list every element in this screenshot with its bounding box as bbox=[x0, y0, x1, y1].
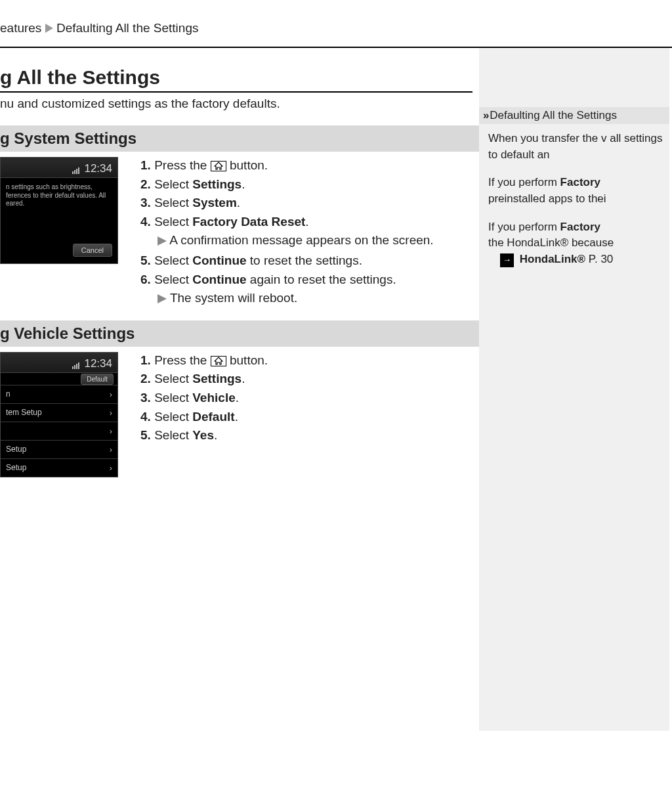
breadcrumb: eatures Defaulting All the Settings bbox=[0, 0, 672, 41]
step: 1. Press the button. bbox=[140, 157, 479, 175]
sidebar-para: If you perform Factory the HondaLink® be… bbox=[488, 219, 669, 268]
step-note: A confirmation message appears on the sc… bbox=[158, 232, 479, 251]
page-title: g All the Settings bbox=[0, 66, 472, 93]
screenshot-list-item: Setup› bbox=[1, 458, 117, 477]
screenshot-default-button: Default bbox=[81, 374, 114, 385]
breadcrumb-separator-icon bbox=[45, 22, 53, 36]
screenshot-list-item: n› bbox=[1, 385, 117, 403]
svg-rect-11 bbox=[78, 362, 79, 369]
svg-rect-9 bbox=[74, 365, 75, 369]
step: 5. Select Yes. bbox=[140, 427, 479, 445]
step: 1. Press the button. bbox=[140, 352, 479, 370]
home-icon bbox=[211, 161, 226, 171]
screenshot-statusbar: 12:34 bbox=[1, 353, 117, 373]
triangle-bullet-icon bbox=[158, 291, 167, 309]
sidebar: » Defaulting All the Settings When you t… bbox=[479, 48, 669, 731]
step: 6. Select Continue again to reset the se… bbox=[140, 271, 479, 289]
main-column: g All the Settings nu and customized set… bbox=[0, 48, 479, 489]
svg-marker-5 bbox=[215, 162, 222, 169]
steps-vehicle: 1. Press the button. 2. Select Settings.… bbox=[129, 352, 479, 445]
link-arrow-icon: → bbox=[500, 253, 514, 267]
step: 2. Select Settings. bbox=[140, 370, 479, 388]
intro-text: nu and customized settings as the factor… bbox=[0, 97, 479, 111]
sidebar-heading: » Defaulting All the Settings bbox=[479, 107, 669, 124]
double-chevron-icon: » bbox=[483, 109, 486, 121]
subheading-system-settings: g System Settings bbox=[0, 125, 479, 152]
screenshot-list-item: Setup› bbox=[1, 440, 117, 458]
step: 3. Select Vehicle. bbox=[140, 389, 479, 407]
chevron-right-icon: › bbox=[110, 389, 112, 399]
step: 4. Select Default. bbox=[140, 408, 479, 426]
screenshot-factory-reset: 12:34 n settings such as brightness, fer… bbox=[0, 157, 118, 264]
svg-rect-2 bbox=[74, 170, 75, 174]
svg-marker-0 bbox=[45, 24, 53, 33]
screenshot-statusbar: 12:34 bbox=[1, 158, 117, 178]
svg-marker-6 bbox=[158, 236, 167, 246]
svg-marker-12 bbox=[215, 357, 222, 364]
svg-rect-8 bbox=[72, 366, 74, 369]
svg-rect-1 bbox=[72, 171, 74, 174]
chevron-right-icon: › bbox=[110, 426, 112, 436]
step: 4. Select Factory Data Reset. bbox=[140, 213, 479, 231]
sidebar-para: When you transfer the v all settings to … bbox=[488, 131, 669, 163]
step-note: The system will reboot. bbox=[158, 290, 479, 309]
sidebar-para: If you perform Factory preinstalled apps… bbox=[488, 175, 669, 207]
signal-icon bbox=[72, 164, 81, 173]
svg-rect-3 bbox=[76, 169, 77, 174]
svg-marker-7 bbox=[158, 294, 167, 303]
sidebar-link-label: HondaLink® bbox=[520, 253, 585, 265]
screenshot-clock: 12:34 bbox=[84, 357, 112, 370]
steps-system-cont: 5. Select Continue to reset the settings… bbox=[129, 252, 479, 288]
step: 5. Select Continue to reset the settings… bbox=[140, 252, 479, 270]
svg-rect-10 bbox=[76, 364, 77, 369]
step: 2. Select Settings. bbox=[140, 176, 479, 194]
screenshot-clock: 12:34 bbox=[84, 162, 112, 175]
svg-rect-4 bbox=[78, 167, 79, 174]
step: 3. Select System. bbox=[140, 194, 479, 212]
chevron-right-icon: › bbox=[110, 463, 112, 473]
steps-system: 1. Press the button. 2. Select Settings.… bbox=[129, 157, 479, 230]
screenshot-body-text: n settings such as brightness, ferences … bbox=[1, 178, 117, 241]
screenshot-cancel-button: Cancel bbox=[73, 244, 112, 257]
breadcrumb-part1: eatures bbox=[0, 21, 41, 35]
chevron-right-icon: › bbox=[110, 408, 112, 418]
screenshot-list-item: › bbox=[1, 422, 117, 440]
home-icon bbox=[211, 356, 226, 366]
breadcrumb-part2: Defaulting All the Settings bbox=[56, 21, 199, 35]
subheading-vehicle-settings: g Vehicle Settings bbox=[0, 320, 479, 347]
screenshot-list-item: tem Setup› bbox=[1, 403, 117, 422]
signal-icon bbox=[72, 359, 81, 368]
screenshot-vehicle-settings: 12:34 Default n› tem Setup› › Setup› Set… bbox=[0, 352, 118, 477]
chevron-right-icon: › bbox=[110, 445, 112, 454]
triangle-bullet-icon bbox=[158, 233, 167, 251]
